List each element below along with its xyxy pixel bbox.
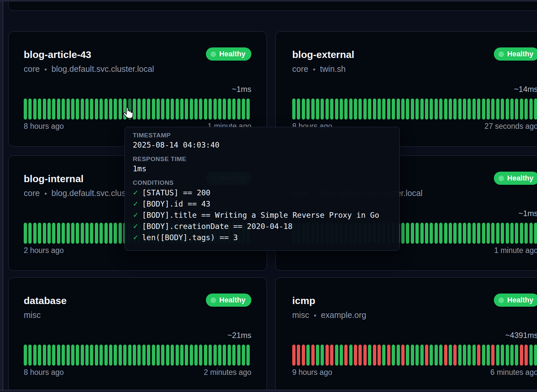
uptime-bar[interactable]: [133, 98, 136, 120]
uptime-bar[interactable]: [185, 98, 188, 120]
uptime-bar[interactable]: [487, 98, 490, 120]
uptime-bar[interactable]: [246, 345, 250, 366]
uptime-bar[interactable]: [373, 345, 376, 366]
uptime-bar[interactable]: [28, 345, 32, 366]
uptime-bar[interactable]: [76, 345, 79, 366]
uptime-bar[interactable]: [316, 98, 319, 120]
uptime-bar[interactable]: [453, 223, 457, 244]
uptime-bar[interactable]: [506, 223, 509, 244]
uptime-bar[interactable]: [425, 98, 428, 120]
uptime-bar[interactable]: [363, 345, 367, 366]
uptime-bar[interactable]: [204, 345, 207, 366]
uptime-bar[interactable]: [340, 98, 343, 120]
uptime-bar[interactable]: [435, 223, 438, 244]
uptime-bar[interactable]: [477, 223, 480, 244]
uptime-bar[interactable]: [95, 345, 98, 366]
uptime-bar[interactable]: [458, 345, 462, 366]
uptime-bar[interactable]: [330, 345, 333, 366]
uptime-bar[interactable]: [190, 345, 193, 366]
uptime-bar[interactable]: [104, 98, 108, 120]
uptime-bar[interactable]: [425, 345, 428, 366]
uptime-bar[interactable]: [99, 223, 103, 244]
uptime-bar[interactable]: [501, 223, 504, 244]
uptime-bar[interactable]: [472, 98, 476, 120]
uptime-bar[interactable]: [463, 345, 466, 366]
uptime-bar[interactable]: [534, 223, 537, 244]
uptime-bar[interactable]: [246, 98, 250, 120]
uptime-bar[interactable]: [358, 345, 362, 366]
uptime-bar[interactable]: [420, 345, 424, 366]
uptime-bar[interactable]: [114, 223, 117, 244]
uptime-bar[interactable]: [449, 98, 452, 120]
uptime-bar[interactable]: [335, 345, 338, 366]
uptime-bar[interactable]: [321, 345, 324, 366]
uptime-bar[interactable]: [47, 223, 51, 244]
uptime-bar[interactable]: [510, 345, 514, 366]
uptime-bar[interactable]: [467, 345, 471, 366]
uptime-bar[interactable]: [204, 98, 207, 120]
card-database[interactable]: database misc Healthy ~21ms 8 hours ago …: [8, 277, 267, 392]
uptime-bar[interactable]: [406, 98, 409, 120]
uptime-bar[interactable]: [156, 98, 160, 120]
uptime-bar[interactable]: [487, 345, 490, 366]
uptime-bar[interactable]: [209, 98, 212, 120]
uptime-bar[interactable]: [194, 345, 198, 366]
uptime-bar[interactable]: [104, 345, 108, 366]
uptime-bar[interactable]: [161, 345, 164, 366]
uptime-bar[interactable]: [491, 223, 495, 244]
uptime-bar[interactable]: [24, 345, 27, 366]
uptime-bar[interactable]: [358, 98, 362, 120]
uptime-bar[interactable]: [223, 98, 226, 120]
uptime-bar[interactable]: [119, 223, 122, 244]
uptime-bar[interactable]: [156, 345, 160, 366]
uptime-bar[interactable]: [62, 223, 65, 244]
uptime-bar[interactable]: [99, 345, 103, 366]
uptime-bar[interactable]: [166, 345, 169, 366]
uptime-bar[interactable]: [119, 98, 122, 120]
uptime-bar[interactable]: [90, 98, 93, 120]
uptime-bar[interactable]: [482, 345, 485, 366]
uptime-bar[interactable]: [306, 98, 310, 120]
uptime-bar[interactable]: [213, 98, 217, 120]
uptime-bar[interactable]: [349, 98, 353, 120]
uptime-bar[interactable]: [38, 98, 41, 120]
uptime-bar[interactable]: [142, 345, 146, 366]
uptime-bar[interactable]: [90, 223, 93, 244]
uptime-bar[interactable]: [401, 345, 405, 366]
uptime-bar[interactable]: [524, 345, 528, 366]
uptime-bar[interactable]: [109, 223, 112, 244]
uptime-bar[interactable]: [147, 98, 150, 120]
uptime-bar[interactable]: [57, 345, 60, 366]
uptime-bar[interactable]: [439, 223, 442, 244]
uptime-bar[interactable]: [152, 345, 155, 366]
card-icmp[interactable]: icmp misc•example.org Healthy ~4391ms 9 …: [275, 277, 537, 392]
uptime-bar[interactable]: [420, 98, 424, 120]
uptime-bar[interactable]: [325, 98, 329, 120]
uptime-bar[interactable]: [411, 345, 414, 366]
uptime-bar[interactable]: [242, 345, 245, 366]
uptime-bar[interactable]: [520, 223, 523, 244]
uptime-bar[interactable]: [510, 98, 514, 120]
card-partial-top[interactable]: [8, 0, 537, 11]
uptime-bar[interactable]: [354, 98, 357, 120]
uptime-bar[interactable]: [232, 345, 236, 366]
uptime-bar[interactable]: [515, 98, 518, 120]
uptime-bar[interactable]: [180, 345, 184, 366]
uptime-bar[interactable]: [496, 98, 499, 120]
uptime-bar[interactable]: [482, 223, 485, 244]
uptime-bar[interactable]: [38, 223, 41, 244]
uptime-bar[interactable]: [52, 223, 55, 244]
uptime-bar[interactable]: [292, 98, 296, 120]
uptime-bar[interactable]: [242, 98, 245, 120]
uptime-bar[interactable]: [43, 223, 46, 244]
uptime-bar[interactable]: [90, 345, 93, 366]
uptime-bar[interactable]: [467, 98, 471, 120]
uptime-bar[interactable]: [439, 345, 442, 366]
uptime-bar[interactable]: [406, 223, 409, 244]
uptime-bar[interactable]: [439, 98, 442, 120]
uptime-bar[interactable]: [95, 223, 98, 244]
uptime-bar[interactable]: [524, 223, 528, 244]
uptime-bar[interactable]: [311, 98, 315, 120]
uptime-bar[interactable]: [415, 223, 419, 244]
uptime-bar[interactable]: [349, 345, 353, 366]
